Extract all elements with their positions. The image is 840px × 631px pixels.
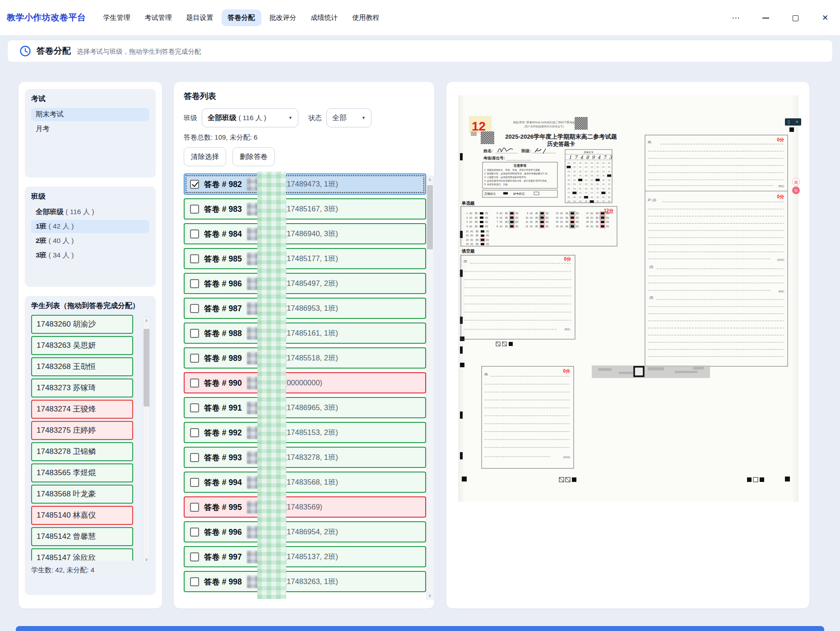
refresh-stamp-icon[interactable]: ↻ bbox=[792, 187, 800, 194]
drag-handle-icon[interactable]: ⣿ bbox=[787, 120, 790, 124]
svg-text:[B]: [B] bbox=[596, 212, 599, 215]
row-checkbox[interactable] bbox=[190, 379, 199, 388]
list-item[interactable]: 全部班级 ( 116 人 ) bbox=[31, 206, 149, 219]
row-checkbox[interactable] bbox=[190, 329, 199, 338]
answer-sheet-row[interactable]: 答卷 # 983 (17485167, 3班) bbox=[184, 198, 426, 220]
answer-sheet-row[interactable]: 答卷 # 984 (17486940, 3班) bbox=[184, 223, 426, 244]
student-chip[interactable]: 17483278 卫锦鳞 bbox=[31, 442, 133, 461]
blurred-student-name bbox=[247, 501, 279, 514]
nav-item-3[interactable]: 题目设置 bbox=[180, 9, 220, 26]
svg-text:26.: 26. bbox=[648, 140, 652, 144]
row-checkbox[interactable] bbox=[190, 229, 199, 238]
row-checkbox[interactable] bbox=[190, 428, 199, 437]
grid-stamp-icon[interactable]: ▦ bbox=[792, 178, 800, 186]
blurred-student-name bbox=[247, 551, 279, 563]
sheet-meta: (17485153, 2班) bbox=[284, 428, 338, 438]
close-icon[interactable]: ✕ bbox=[810, 13, 840, 23]
answer-sheet-row[interactable]: 答卷 # 995 (17483569) bbox=[184, 496, 426, 518]
row-checkbox[interactable] bbox=[190, 403, 199, 412]
row-checkbox[interactable] bbox=[190, 528, 199, 537]
sheet-list-scrollbar[interactable]: ∧ ∨ bbox=[426, 176, 434, 599]
student-chip[interactable]: 17483568 叶龙豪 bbox=[31, 485, 133, 504]
svg-text:3. 主观题作答，必须使用黑色签字笔书写。: 3. 主观题作答，必须使用黑色签字笔书写。 bbox=[484, 176, 528, 179]
class-filter-select[interactable]: 全部班级 ( 116 人 ) ▼ bbox=[202, 108, 298, 127]
row-checkbox[interactable] bbox=[190, 254, 199, 263]
svg-text:[B]: [B] bbox=[476, 234, 478, 237]
row-checkbox[interactable] bbox=[190, 205, 199, 214]
list-item[interactable]: 2班 ( 40 人 ) bbox=[31, 234, 149, 248]
answer-sheet-row[interactable]: 答卷 # 998 (17483263, 1班) bbox=[184, 571, 426, 592]
answer-sheet-row[interactable]: 答卷 # 994 (17483568, 1班) bbox=[184, 472, 426, 493]
more-icon[interactable]: ⋯ bbox=[721, 13, 751, 23]
delete-sheets-button[interactable]: 删除答卷 bbox=[232, 147, 275, 166]
student-chip[interactable]: 17483260 胡渝沙 bbox=[31, 315, 133, 334]
svg-text:[D]: [D] bbox=[546, 225, 548, 228]
student-chip[interactable]: 17483268 王劭恒 bbox=[31, 357, 133, 376]
answer-sheet-row[interactable]: 答卷 # 989 (17485518, 2班) bbox=[184, 347, 426, 369]
student-chip[interactable]: 17483273 苏镓琦 bbox=[31, 379, 133, 397]
minimize-icon[interactable] bbox=[751, 14, 780, 23]
row-checkbox[interactable] bbox=[190, 503, 199, 512]
sheet-number-label: 答卷 # 997 bbox=[204, 552, 242, 562]
row-checkbox[interactable] bbox=[190, 552, 199, 561]
student-chip[interactable]: 17485140 林嘉仪 bbox=[31, 506, 133, 525]
nav-item-7[interactable]: 使用教程 bbox=[346, 9, 386, 26]
answer-sheet-row[interactable]: 答卷 # 988 (17485161, 1班) bbox=[184, 323, 426, 344]
svg-text:[D]: [D] bbox=[515, 225, 518, 228]
blurred-student-name bbox=[247, 377, 279, 389]
svg-text:准考证号: 准考证号 bbox=[584, 151, 594, 154]
nav-item-6[interactable]: 成绩统计 bbox=[305, 9, 344, 26]
nav-item-4[interactable]: 答卷分配 bbox=[222, 9, 261, 26]
row-checkbox[interactable] bbox=[190, 453, 199, 462]
row-checkbox[interactable] bbox=[190, 180, 199, 189]
student-chip[interactable]: 17483263 吴思妍 bbox=[31, 336, 133, 355]
answer-sheet-row[interactable]: 答卷 # 993 (17483278, 1班) bbox=[184, 447, 426, 468]
answer-sheet-row[interactable]: 答卷 # 992 (17485153, 2班) bbox=[184, 422, 426, 443]
answer-sheet-row[interactable]: 答卷 # 990 (00000000) bbox=[184, 372, 426, 393]
row-checkbox[interactable] bbox=[190, 478, 199, 487]
sheet-number-label: 答卷 # 987 bbox=[204, 303, 242, 314]
status-filter-select[interactable]: 全部 ▼ bbox=[326, 108, 371, 127]
list-item[interactable]: 1班 ( 42 人 ) bbox=[31, 220, 149, 233]
answer-sheet-row[interactable]: 答卷 # 997 (17485137, 2班) bbox=[184, 546, 426, 567]
row-checkbox[interactable] bbox=[190, 577, 199, 586]
student-chip[interactable]: 17483275 庄婷婷 bbox=[31, 421, 133, 440]
student-chip[interactable]: 17485147 涂欣欣 bbox=[31, 548, 133, 561]
svg-text:[B]: [B] bbox=[566, 225, 568, 228]
clear-selection-button[interactable]: 清除选择 bbox=[184, 147, 226, 166]
list-item[interactable]: 期末考试 bbox=[31, 108, 149, 121]
sheet-meta: (17483569) bbox=[284, 503, 322, 511]
svg-text:[0]: [0] bbox=[573, 162, 575, 164]
svg-text:[1]: [1] bbox=[602, 166, 604, 168]
row-checkbox[interactable] bbox=[190, 354, 199, 363]
student-chip[interactable]: 17483565 李煜焜 bbox=[31, 463, 133, 482]
svg-text:[1]: [1] bbox=[591, 166, 593, 168]
student-chip[interactable]: 17485142 曾馨慧 bbox=[31, 527, 133, 546]
row-checkbox[interactable] bbox=[190, 304, 199, 313]
answer-sheet-row[interactable]: 答卷 # 985 (17485177, 1班) bbox=[184, 248, 426, 269]
nav-item-2[interactable]: 考试管理 bbox=[139, 9, 178, 26]
answer-sheet-row[interactable]: 答卷 # 991 (17486965, 3班) bbox=[184, 397, 426, 418]
answer-sheet-row[interactable]: 答卷 # 982 (17489473, 1班) bbox=[184, 173, 426, 195]
row-checkbox[interactable] bbox=[190, 279, 199, 288]
svg-text:[5]: [5] bbox=[597, 183, 599, 185]
page-subtitle: 选择考试与班级，拖动学生到答卷完成分配 bbox=[77, 46, 201, 56]
svg-text:[D]: [D] bbox=[485, 221, 488, 223]
svg-text:[B]: [B] bbox=[505, 225, 508, 228]
maximize-icon[interactable] bbox=[780, 14, 810, 23]
sheet-list-title: 答卷列表 bbox=[184, 91, 424, 102]
answer-sheet-row[interactable]: 答卷 # 996 (17486954, 2班) bbox=[184, 521, 426, 542]
list-item[interactable]: 月考 bbox=[31, 122, 149, 136]
list-item[interactable]: 3班 ( 34 人 ) bbox=[31, 249, 149, 262]
svg-text:[A]: [A] bbox=[470, 234, 473, 237]
answer-sheet-row[interactable]: 答卷 # 987 (17486953, 1班) bbox=[184, 298, 426, 319]
sheet-number-label: 答卷 # 982 bbox=[204, 179, 242, 190]
answer-sheet-row[interactable]: 答卷 # 986 (17485497, 2班) bbox=[184, 273, 426, 294]
close-preview-icon[interactable]: ✕ bbox=[795, 120, 799, 124]
nav-item-5[interactable]: 批改评分 bbox=[263, 9, 303, 26]
exam-list: 期末考试月考 bbox=[31, 108, 149, 136]
student-chip[interactable]: 17483274 王骏烽 bbox=[31, 400, 133, 419]
student-list-scrollbar[interactable]: ∧ ∨ bbox=[143, 317, 150, 563]
nav-item-1[interactable]: 学生管理 bbox=[97, 9, 137, 26]
svg-text:[1]: [1] bbox=[597, 166, 599, 168]
